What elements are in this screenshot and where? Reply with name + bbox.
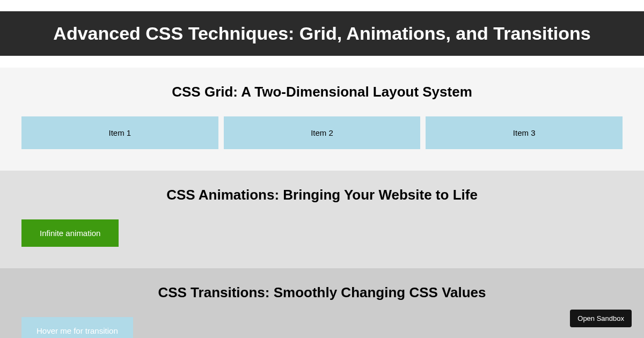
grid-item: Item 1 bbox=[21, 116, 218, 149]
grid-item: Item 3 bbox=[426, 116, 623, 149]
section-animations-title: CSS Animations: Bringing Your Website to… bbox=[21, 187, 623, 203]
section-transitions: CSS Transitions: Smoothly Changing CSS V… bbox=[0, 268, 644, 338]
section-transitions-title: CSS Transitions: Smoothly Changing CSS V… bbox=[21, 284, 623, 301]
page-header: Advanced CSS Techniques: Grid, Animation… bbox=[0, 11, 644, 56]
transition-box[interactable]: Hover me for transition bbox=[21, 317, 133, 338]
section-grid: CSS Grid: A Two-Dimensional Layout Syste… bbox=[0, 68, 644, 171]
page-title: Advanced CSS Techniques: Grid, Animation… bbox=[0, 23, 644, 44]
section-grid-title: CSS Grid: A Two-Dimensional Layout Syste… bbox=[21, 84, 623, 100]
grid-item: Item 2 bbox=[224, 116, 421, 149]
animation-box: Infinite animation bbox=[21, 219, 119, 247]
section-animations: CSS Animations: Bringing Your Website to… bbox=[0, 171, 644, 268]
open-sandbox-button[interactable]: Open Sandbox bbox=[570, 310, 632, 327]
grid-container: Item 1 Item 2 Item 3 bbox=[21, 116, 623, 149]
